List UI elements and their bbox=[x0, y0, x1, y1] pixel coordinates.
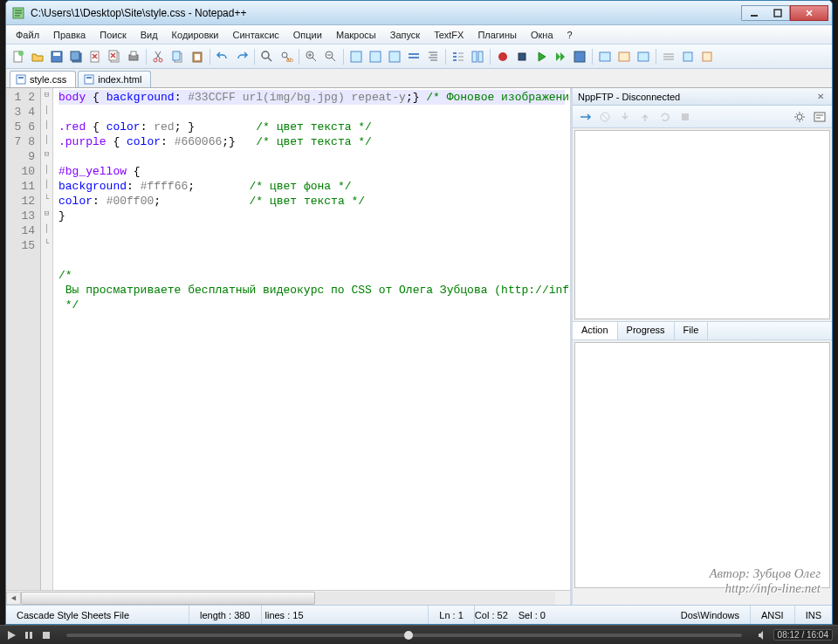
svg-point-46 bbox=[797, 114, 802, 120]
menu-syntax[interactable]: Синтаксис bbox=[227, 28, 285, 42]
code-editor[interactable]: 1 2 3 4 5 6 7 8 9 10 11 12 13 14 15 ⊟│││… bbox=[6, 88, 570, 590]
svg-point-20 bbox=[262, 51, 269, 58]
save-all-icon[interactable] bbox=[67, 48, 85, 65]
panel-tab-file[interactable]: File bbox=[675, 322, 709, 339]
player-pause-icon[interactable] bbox=[23, 629, 35, 641]
panel-content[interactable] bbox=[574, 342, 830, 588]
record-icon[interactable] bbox=[494, 48, 512, 65]
tab-label: style.css bbox=[30, 74, 66, 85]
tool-icon[interactable] bbox=[679, 48, 697, 65]
menu-search[interactable]: Поиск bbox=[93, 28, 132, 42]
replace-icon[interactable]: ab bbox=[278, 48, 295, 65]
panel-close-icon[interactable]: ✕ bbox=[814, 92, 827, 101]
menu-textfx[interactable]: TextFX bbox=[428, 28, 470, 42]
status-eol: Dos\Windows bbox=[670, 606, 751, 624]
editor-hscrollbar[interactable]: ◄► bbox=[6, 590, 570, 605]
svg-rect-8 bbox=[71, 51, 79, 60]
player-seek-slider[interactable] bbox=[66, 634, 742, 637]
svg-rect-41 bbox=[18, 77, 24, 79]
paste-icon[interactable] bbox=[189, 48, 206, 65]
fold-gutter[interactable]: ⊟│││⊟││└⊟│└ bbox=[41, 88, 53, 590]
panel-tab-action[interactable]: Action bbox=[573, 322, 618, 339]
copy-icon[interactable] bbox=[169, 48, 187, 65]
refresh-icon[interactable] bbox=[656, 108, 674, 126]
svg-rect-40 bbox=[17, 75, 25, 84]
menu-file[interactable]: Файл bbox=[10, 28, 45, 42]
cut-icon[interactable] bbox=[150, 48, 168, 65]
status-sel: Sel : 0 bbox=[519, 606, 556, 624]
tool-icon[interactable] bbox=[386, 48, 403, 65]
menu-options[interactable]: Опции bbox=[287, 28, 328, 42]
redo-icon[interactable] bbox=[233, 48, 251, 65]
settings-icon[interactable] bbox=[791, 108, 808, 126]
tool-icon[interactable] bbox=[660, 48, 677, 65]
status-mode: INS bbox=[795, 606, 832, 624]
connect-icon[interactable] bbox=[576, 108, 594, 126]
app-window: C:\Users\1\Desktop\Site\style.css - Note… bbox=[5, 0, 833, 625]
tool-icon[interactable] bbox=[424, 48, 442, 65]
minimize-button[interactable] bbox=[741, 5, 766, 21]
svg-point-14 bbox=[154, 58, 157, 62]
tool-icon[interactable] bbox=[698, 48, 716, 65]
titlebar[interactable]: C:\Users\1\Desktop\Site\style.css - Note… bbox=[6, 1, 832, 25]
play-multi-icon[interactable] bbox=[552, 48, 569, 65]
zoom-out-icon[interactable] bbox=[322, 48, 340, 65]
tool-icon[interactable] bbox=[615, 48, 633, 65]
close-button[interactable] bbox=[790, 5, 828, 21]
menu-view[interactable]: Вид bbox=[134, 28, 164, 42]
download-icon[interactable] bbox=[616, 108, 634, 126]
svg-rect-33 bbox=[519, 53, 525, 60]
close-file-icon[interactable] bbox=[86, 48, 104, 65]
tab-index-html[interactable]: index.html bbox=[78, 71, 151, 87]
menu-help[interactable]: ? bbox=[561, 28, 579, 42]
svg-rect-27 bbox=[389, 51, 400, 62]
save-macro-icon[interactable] bbox=[571, 48, 588, 65]
tool-icon[interactable] bbox=[635, 48, 652, 65]
tool-icon[interactable] bbox=[469, 48, 486, 65]
svg-rect-42 bbox=[85, 75, 93, 84]
save-icon[interactable] bbox=[48, 48, 65, 65]
menu-windows[interactable]: Окна bbox=[525, 28, 560, 42]
zoom-in-icon[interactable] bbox=[303, 48, 320, 65]
print-icon[interactable] bbox=[125, 48, 142, 65]
svg-rect-45 bbox=[682, 113, 689, 120]
app-icon bbox=[11, 6, 25, 20]
svg-rect-50 bbox=[43, 632, 50, 639]
file-icon bbox=[84, 74, 94, 85]
tab-style-css[interactable]: style.css bbox=[10, 71, 76, 87]
player-play-icon[interactable] bbox=[5, 629, 17, 641]
tool-icon[interactable] bbox=[405, 48, 422, 65]
svg-rect-38 bbox=[683, 52, 692, 61]
status-ln: Ln : 1 bbox=[428, 606, 475, 624]
menu-encoding[interactable]: Кодировки bbox=[166, 28, 225, 42]
svg-text:ab: ab bbox=[286, 57, 293, 63]
player-stop-icon[interactable] bbox=[40, 629, 52, 641]
tool-icon[interactable] bbox=[450, 48, 467, 65]
tool-icon[interactable] bbox=[367, 48, 384, 65]
abort-icon[interactable] bbox=[677, 108, 694, 126]
svg-rect-31 bbox=[478, 51, 483, 62]
tool-icon[interactable] bbox=[596, 48, 614, 65]
undo-icon[interactable] bbox=[214, 48, 231, 65]
console-icon[interactable] bbox=[811, 108, 828, 126]
upload-icon[interactable] bbox=[636, 108, 654, 126]
find-icon[interactable] bbox=[258, 48, 276, 65]
disconnect-icon[interactable] bbox=[596, 108, 614, 126]
maximize-button[interactable] bbox=[766, 5, 790, 21]
panel-hscrollbar[interactable] bbox=[573, 590, 832, 605]
close-all-icon[interactable] bbox=[106, 48, 123, 65]
code-content[interactable]: body { background: #33CCFF url(img/bg.jp… bbox=[53, 88, 570, 590]
tool-icon[interactable] bbox=[347, 48, 365, 65]
menu-plugins[interactable]: Плагины bbox=[471, 28, 523, 42]
menu-run[interactable]: Запуск bbox=[384, 28, 426, 42]
player-volume-icon[interactable] bbox=[756, 629, 768, 641]
ftp-tree[interactable] bbox=[574, 130, 830, 319]
menu-macros[interactable]: Макросы bbox=[330, 28, 382, 42]
play-icon[interactable] bbox=[532, 48, 550, 65]
stop-icon[interactable] bbox=[513, 48, 531, 65]
new-file-icon[interactable] bbox=[10, 48, 27, 65]
menu-edit[interactable]: Правка bbox=[47, 28, 92, 42]
panel-title: NppFTP - Disconnected bbox=[578, 92, 680, 102]
open-file-icon[interactable] bbox=[29, 48, 46, 65]
panel-tab-progress[interactable]: Progress bbox=[618, 322, 675, 339]
